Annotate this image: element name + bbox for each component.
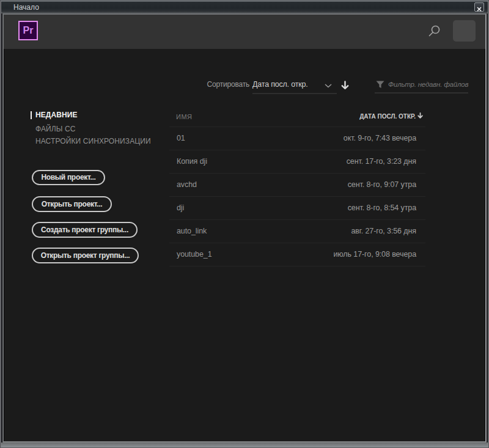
sort-label: Сортировать (207, 80, 250, 89)
table-row[interactable]: auto_link авг. 27-го, 3:56 дня (169, 220, 425, 243)
row-date: авг. 27-го, 3:56 дня (351, 227, 416, 235)
arrow-down-icon (340, 80, 350, 91)
row-name: auto_link (177, 227, 207, 235)
app-header: Pr (4, 15, 485, 49)
row-date: сент. 8-го, 8:54 утра (348, 204, 416, 212)
row-date: сент. 17-го, 3:23 дня (347, 157, 416, 166)
name-column-header[interactable]: ИМЯ (176, 113, 193, 120)
row-date: сент. 8-го, 9:07 утра (348, 180, 416, 189)
window-bottom-frame (1, 442, 488, 447)
sort-direction-button[interactable] (340, 80, 350, 94)
open-project-button[interactable]: Открыть проект... (32, 196, 112, 212)
row-name: dji (177, 204, 184, 212)
table-row[interactable]: youtube_1 июль 17-го, 9:08 вечера (169, 243, 425, 266)
sidebar-item-sync-settings[interactable]: НАСТРОЙКИ СИНХРОНИЗАЦИИ (35, 137, 151, 145)
row-date: июль 17-го, 9:08 вечера (333, 250, 416, 259)
table-row[interactable]: Копия dji сент. 17-го, 3:23 дня (169, 150, 425, 174)
filter-placeholder: Фильтр. недавн. файлов (388, 81, 468, 88)
sidebar-item-cc-files[interactable]: ФАЙЛЫ CC (35, 125, 75, 133)
open-team-project-button[interactable]: Открыть проект группы... (32, 248, 139, 263)
close-button[interactable] (474, 2, 484, 12)
row-name: Копия dji (177, 157, 207, 166)
table-header-row: ИМЯ ДАТА ПОСЛ. ОТКР. (169, 106, 425, 127)
sort-desc-arrow-icon (417, 112, 423, 119)
avatar[interactable] (453, 20, 476, 42)
table-row[interactable]: dji сент. 8-го, 8:54 утра (169, 197, 425, 220)
start-panel: Pr Сортировать Дата посл. откр. Фильтр. … (2, 13, 487, 442)
filter-input[interactable]: Фильтр. недавн. файлов (375, 75, 468, 94)
search-button[interactable] (426, 23, 442, 39)
table-row[interactable]: avchd сент. 8-го, 9:07 утра (169, 174, 425, 197)
row-name: 01 (177, 134, 185, 142)
new-team-project-button[interactable]: Создать проект группы... (32, 222, 138, 238)
window-title: Начало (13, 3, 39, 12)
sort-value: Дата посл. откр. (252, 80, 307, 89)
window-titlebar[interactable]: Начало (1, 1, 488, 13)
chevron-down-icon (325, 84, 332, 88)
filter-funnel-icon (376, 81, 384, 89)
premiere-logo: Pr (18, 21, 38, 40)
sidebar-item-recent[interactable]: НЕДАВНИЕ (35, 111, 78, 119)
new-project-button[interactable]: Новый проект... (32, 170, 105, 185)
search-icon (426, 23, 442, 39)
close-icon (477, 7, 482, 12)
row-date: окт. 9-го, 7:43 вечера (344, 134, 416, 142)
sidebar-active-indicator (31, 111, 32, 119)
table-row[interactable]: 01 окт. 9-го, 7:43 вечера (169, 127, 425, 150)
row-name: avchd (177, 180, 197, 189)
date-column-header[interactable]: ДАТА ПОСЛ. ОТКР. (359, 112, 423, 120)
recent-files-table: ИМЯ ДАТА ПОСЛ. ОТКР. 01 окт. 9-го, 7:43 … (169, 106, 425, 266)
row-name: youtube_1 (177, 250, 212, 259)
sort-dropdown[interactable]: Дата посл. откр. (252, 76, 337, 94)
